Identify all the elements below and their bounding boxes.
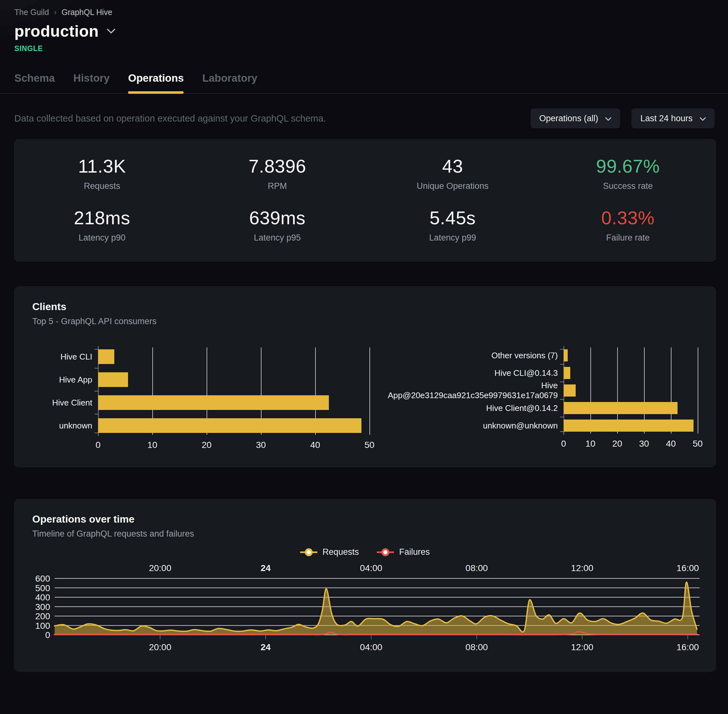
stat-value: 43 — [365, 155, 540, 177]
breadcrumb-separator-icon: › — [54, 8, 56, 16]
page-description: Data collected based on operation execut… — [14, 113, 326, 124]
axis-tick-label: 0 — [95, 440, 101, 450]
legend-item-requests[interactable]: Requests — [300, 547, 359, 557]
bar-track — [98, 395, 369, 410]
axis-tick-label: 20 — [612, 439, 622, 449]
bar-row: Hive App@20e3129caa921c35e9979631e17a067… — [387, 384, 698, 396]
bar[interactable] — [98, 395, 329, 410]
bar[interactable] — [98, 372, 128, 387]
stat-cell: 99.67%Success rate — [540, 155, 716, 191]
clients-by-version-bar-chart: Other versions (7)Hive CLI@0.14.3Hive Ap… — [387, 350, 698, 451]
legend-item-failures[interactable]: Failures — [377, 547, 430, 557]
page-title: production — [14, 22, 99, 40]
stat-value: 5.45s — [365, 207, 540, 228]
target-selector-chevron-down-icon[interactable] — [107, 29, 115, 34]
svg-text:300: 300 — [35, 602, 50, 612]
axis-tick-label: 30 — [639, 439, 649, 449]
bar-category-label: Hive CLI — [32, 352, 98, 362]
tab-operations[interactable]: Operations — [128, 72, 184, 93]
chevron-down-icon — [699, 114, 706, 123]
axis-tick-label: 40 — [666, 439, 675, 449]
bar-track — [564, 402, 698, 414]
axis-tick-label: 20 — [202, 440, 211, 450]
requests-area — [55, 582, 697, 635]
bar[interactable] — [564, 402, 678, 414]
bar[interactable] — [564, 367, 570, 379]
axis-tick-label: 0 — [561, 439, 566, 449]
svg-text:24: 24 — [260, 642, 271, 652]
stat-cell: 218msLatency p90 — [14, 207, 190, 243]
bar-track — [564, 367, 698, 379]
status-badge: SINGLE — [14, 44, 714, 53]
svg-text:500: 500 — [35, 583, 50, 593]
bar-row: Other versions (7) — [387, 350, 698, 362]
stat-cell: 11.3KRequests — [14, 155, 190, 191]
operations-filter-dropdown[interactable]: Operations (all) — [531, 108, 620, 128]
stat-value: 0.33% — [540, 207, 716, 228]
stat-cell: 5.45sLatency p99 — [365, 207, 540, 243]
stat-cell: 43Unique Operations — [365, 155, 540, 191]
svg-text:400: 400 — [35, 592, 50, 602]
svg-text:20:00: 20:00 — [149, 642, 171, 652]
stats-panel: 11.3KRequests7.8396RPM43Unique Operation… — [14, 139, 716, 262]
bar-category-label: Hive Client — [32, 398, 98, 408]
stat-value: 639ms — [190, 207, 365, 228]
stat-label: Latency p95 — [190, 233, 365, 243]
svg-text:12:00: 12:00 — [571, 642, 593, 652]
chart-legend: Requests Failures — [32, 547, 698, 557]
svg-text:12:00: 12:00 — [571, 563, 593, 573]
svg-text:600: 600 — [35, 574, 50, 584]
legend-label: Requests — [322, 547, 359, 557]
tab-schema[interactable]: Schema — [14, 72, 55, 93]
bar-track — [98, 350, 369, 364]
bar-track — [564, 384, 698, 396]
svg-text:04:00: 04:00 — [360, 642, 382, 652]
breadcrumb: The Guild › GraphQL Hive — [14, 8, 714, 17]
legend-label: Failures — [399, 547, 430, 557]
stat-label: Requests — [14, 181, 190, 191]
bar-row: Hive Client@0.14.2 — [387, 402, 698, 414]
svg-text:04:00: 04:00 — [360, 563, 382, 573]
stat-label: Unique Operations — [365, 181, 540, 191]
axis-tick-label: 50 — [364, 440, 374, 450]
stat-label: Success rate — [540, 181, 716, 191]
operations-subtitle: Timeline of GraphQL requests and failure… — [32, 529, 698, 539]
breadcrumb-item-graphql-hive[interactable]: GraphQL Hive — [62, 8, 113, 17]
bar-category-label: Other versions (7) — [387, 351, 564, 360]
bar-category-label: unknown@unknown — [387, 421, 564, 431]
stat-value: 99.67% — [540, 155, 716, 177]
svg-text:16:00: 16:00 — [677, 642, 699, 652]
clients-subtitle: Top 5 - GraphQL API consumers — [32, 316, 698, 326]
stat-label: Failure rate — [540, 233, 716, 243]
bar-category-label: Hive CLI@0.14.3 — [387, 368, 564, 378]
svg-text:20:00: 20:00 — [149, 563, 171, 573]
bar-row: Hive App — [32, 372, 369, 387]
svg-text:24: 24 — [260, 563, 271, 573]
axis-tick-label: 30 — [256, 440, 266, 450]
bar-row: Hive CLI — [32, 350, 369, 364]
clients-title: Clients — [32, 301, 698, 313]
page-header: The Guild › GraphQL Hive production SING… — [0, 0, 728, 53]
breadcrumb-item-the-guild[interactable]: The Guild — [14, 8, 49, 17]
bar-track — [564, 420, 698, 432]
tab-history[interactable]: History — [74, 72, 110, 93]
axis-tick-label: 50 — [693, 439, 702, 449]
requests-legend-icon — [300, 548, 317, 557]
bar[interactable] — [98, 418, 361, 433]
tab-laboratory[interactable]: Laboratory — [202, 72, 257, 93]
tab-bar: Schema History Operations Laboratory — [0, 72, 728, 94]
stat-value: 218ms — [14, 207, 190, 228]
failures-legend-icon — [377, 548, 394, 557]
bar-track — [98, 372, 369, 387]
svg-text:08:00: 08:00 — [466, 563, 488, 573]
bar[interactable] — [564, 420, 693, 432]
bar-row: Hive CLI@0.14.3 — [387, 367, 698, 379]
bar[interactable] — [564, 384, 576, 396]
bar[interactable] — [98, 350, 114, 364]
svg-text:200: 200 — [35, 611, 50, 621]
bar[interactable] — [564, 350, 568, 362]
timeline-chart[interactable]: 010020030040050060020:0020:00242404:0004… — [32, 561, 698, 657]
axis-tick-label: 10 — [585, 439, 595, 449]
bar-row: Hive Client — [32, 395, 369, 410]
time-range-dropdown[interactable]: Last 24 hours — [632, 108, 714, 128]
